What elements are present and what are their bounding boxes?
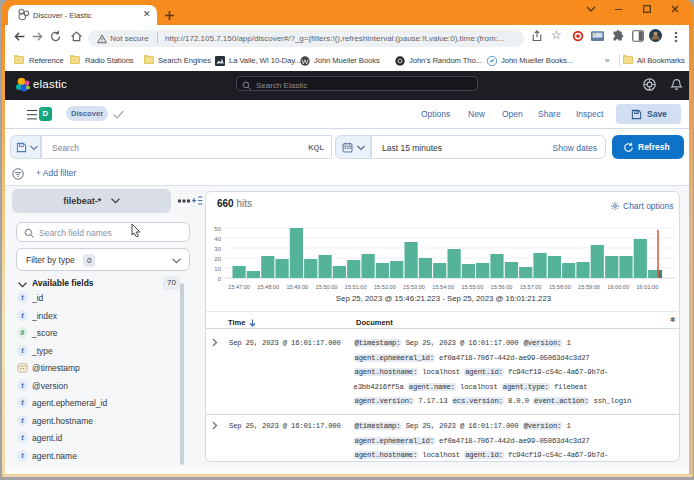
svg-text:40: 40 bbox=[214, 236, 221, 242]
svg-text:0: 0 bbox=[218, 276, 222, 282]
svg-text:20: 20 bbox=[214, 256, 221, 262]
svg-text:15:47:00: 15:47:00 bbox=[228, 284, 250, 290]
svg-text:15:50:00: 15:50:00 bbox=[316, 284, 338, 290]
svg-text:15:54:00: 15:54:00 bbox=[432, 284, 454, 290]
svg-text:30: 30 bbox=[214, 246, 221, 252]
svg-text:15:58:00: 15:58:00 bbox=[549, 284, 571, 290]
svg-text:50: 50 bbox=[214, 226, 221, 232]
svg-text:15:59:00: 15:59:00 bbox=[578, 284, 600, 290]
svg-text:10: 10 bbox=[214, 266, 221, 272]
svg-text:15:53:00: 15:53:00 bbox=[403, 284, 425, 290]
svg-text:15:51:00: 15:51:00 bbox=[345, 284, 367, 290]
svg-text:15:48:00: 15:48:00 bbox=[257, 284, 279, 290]
svg-text:15:56:00: 15:56:00 bbox=[491, 284, 513, 290]
svg-text:15:52:00: 15:52:00 bbox=[374, 284, 396, 290]
svg-text:15:55:00: 15:55:00 bbox=[462, 284, 484, 290]
svg-text:16:00:00: 16:00:00 bbox=[607, 284, 629, 290]
svg-text:15:57:00: 15:57:00 bbox=[520, 284, 542, 290]
svg-text:16:01:00: 16:01:00 bbox=[637, 284, 659, 290]
svg-text:15:49:00: 15:49:00 bbox=[286, 284, 308, 290]
